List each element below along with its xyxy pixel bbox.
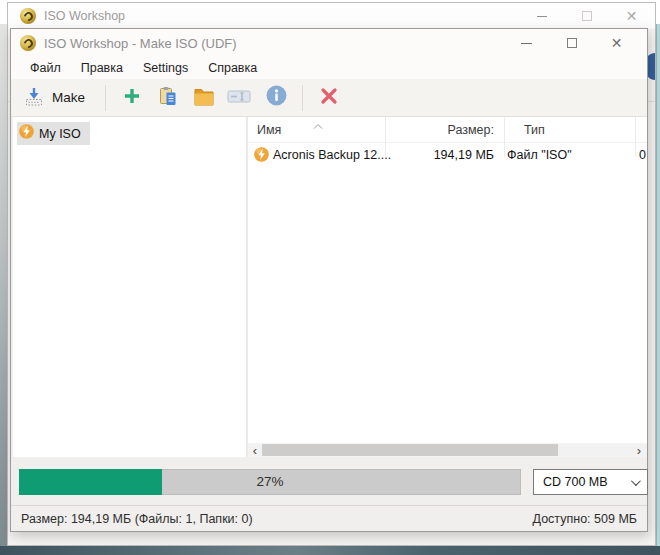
app-logo-icon: [20, 35, 36, 51]
remove-button[interactable]: [314, 83, 344, 113]
burn-arrow-icon: [24, 86, 44, 110]
toolbar-separator: [302, 85, 303, 111]
scrollbar-thumb[interactable]: [262, 444, 558, 456]
app-logo-icon: [20, 8, 36, 24]
progress-percent-label: 27%: [19, 469, 521, 495]
background-window-title: ISO Workshop: [44, 9, 125, 23]
background-window-controls: ✕: [519, 4, 654, 28]
file-name: Acronis Backup 12....: [273, 148, 391, 162]
toolbar: Make: [11, 79, 647, 117]
sort-ascending-icon: [313, 118, 323, 132]
bg-close-button[interactable]: ✕: [609, 4, 654, 28]
column-header-type[interactable]: Тип: [524, 123, 545, 137]
folder-icon: [193, 86, 215, 110]
make-button-label: Make: [52, 90, 85, 105]
close-icon: ✕: [626, 9, 638, 23]
scroll-left-icon[interactable]: ‹: [248, 443, 262, 457]
progress-bar: 27%: [19, 469, 521, 495]
maximize-icon: [582, 11, 592, 21]
close-icon: ✕: [611, 36, 623, 50]
menu-help[interactable]: Справка: [198, 59, 267, 78]
status-bar: Размер: 194,19 МБ (Файлы: 1, Папки: 0) Д…: [11, 505, 647, 531]
tree-item-label: My ISO: [39, 127, 81, 141]
info-button[interactable]: [261, 83, 291, 113]
disc-capacity-dropdown[interactable]: CD 700 MB: [533, 469, 648, 495]
make-button[interactable]: Make: [17, 83, 97, 113]
menu-edit[interactable]: Правка: [71, 59, 133, 78]
lightning-circle-icon: [19, 124, 34, 143]
window-controls: ✕: [504, 31, 639, 55]
rename-field-icon: [227, 87, 253, 109]
bg-minimize-button[interactable]: [519, 4, 564, 28]
red-cross-icon: [319, 86, 339, 110]
paste-button[interactable]: [153, 83, 183, 113]
minimize-button[interactable]: [504, 31, 549, 55]
volume-tree-panel: My ISO: [13, 117, 246, 457]
plus-icon: [122, 86, 142, 110]
scroll-right-icon[interactable]: ›: [632, 443, 646, 457]
file-extra-clipped: 0: [639, 148, 646, 162]
minimize-icon: [537, 16, 547, 17]
titlebar[interactable]: ISO Workshop - Make ISO (UDF) ✕: [11, 29, 647, 57]
file-type: Файл "ISO": [507, 148, 572, 162]
file-size: 194,19 МБ: [386, 148, 494, 162]
menubar: Файл Правка Settings Справка: [11, 57, 647, 79]
make-iso-window: ISO Workshop - Make ISO (UDF) ✕ Файл Пра…: [10, 28, 648, 532]
horizontal-scrollbar[interactable]: ‹ ›: [248, 443, 647, 457]
lightning-circle-icon: [254, 147, 269, 165]
close-button[interactable]: ✕: [594, 31, 639, 55]
desktop-wallpaper-bottom: [0, 546, 660, 555]
maximize-icon: [567, 38, 577, 48]
new-folder-button[interactable]: [189, 83, 219, 113]
minimize-icon: [521, 43, 532, 44]
background-titlebar[interactable]: ISO Workshop ✕: [8, 3, 655, 29]
maximize-button[interactable]: [549, 31, 594, 55]
menu-file[interactable]: Файл: [21, 59, 71, 78]
toolbar-separator: [105, 85, 106, 111]
rename-button: [225, 83, 255, 113]
disc-capacity-value: CD 700 MB: [543, 475, 608, 489]
menu-settings[interactable]: Settings: [133, 59, 198, 78]
tree-item-my-iso[interactable]: My ISO: [17, 122, 90, 145]
window-title: ISO Workshop - Make ISO (UDF): [44, 36, 237, 51]
file-list-panel: Имя Размер: Тип Acronis Backup 12.... 19…: [248, 117, 647, 457]
desktop-wallpaper-right: [656, 24, 660, 547]
column-header-name[interactable]: Имя: [257, 123, 281, 137]
column-header-size[interactable]: Размер:: [386, 123, 494, 137]
chevron-down-icon: [631, 476, 641, 486]
add-files-button[interactable]: [117, 83, 147, 113]
desktop-wallpaper-left: [0, 24, 7, 547]
clipboard-paste-icon: [158, 86, 178, 110]
file-row[interactable]: Acronis Backup 12.... 194,19 МБ Файл "IS…: [248, 145, 647, 167]
status-available-text: Доступно: 509 МБ: [533, 512, 637, 526]
list-header: Имя Размер: Тип: [248, 117, 647, 143]
status-size-text: Размер: 194,19 МБ (Файлы: 1, Папки: 0): [21, 512, 253, 526]
bg-maximize-button[interactable]: [564, 4, 609, 28]
info-icon: [265, 84, 288, 111]
